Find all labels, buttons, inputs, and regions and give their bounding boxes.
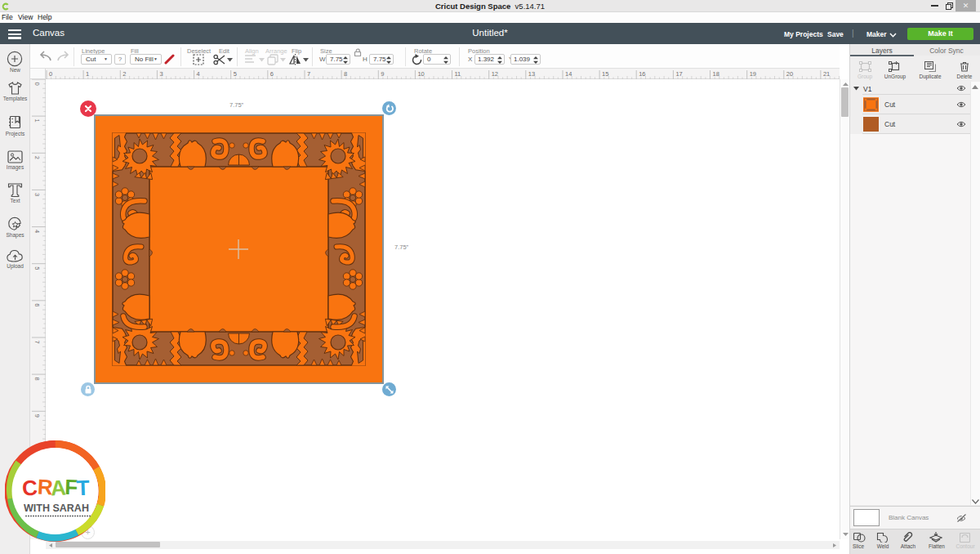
svg-text:5: 5	[234, 70, 237, 78]
svg-text:0: 0	[49, 70, 52, 78]
svg-text:7: 7	[307, 70, 310, 78]
svg-text:4: 4	[197, 70, 200, 78]
svg-text:11: 11	[455, 70, 461, 78]
svg-text:3: 3	[33, 193, 41, 196]
svg-text:16: 16	[639, 70, 645, 78]
svg-text:20: 20	[786, 70, 793, 78]
svg-text:8: 8	[344, 70, 347, 78]
svg-text:5: 5	[33, 266, 41, 270]
svg-text:12: 12	[492, 70, 498, 78]
svg-text:3: 3	[159, 70, 163, 78]
svg-text:2: 2	[122, 70, 126, 78]
svg-text:18: 18	[713, 70, 719, 78]
svg-text:9: 9	[33, 414, 41, 418]
svg-text:6: 6	[270, 70, 274, 78]
svg-text:17: 17	[675, 70, 682, 78]
svg-text:9: 9	[381, 70, 384, 78]
svg-text:8: 8	[33, 378, 41, 381]
svg-text:14: 14	[565, 70, 572, 78]
svg-text:19: 19	[750, 70, 756, 78]
svg-text:6: 6	[33, 303, 41, 306]
svg-text:0: 0	[33, 83, 41, 86]
svg-text:4: 4	[33, 230, 41, 233]
svg-text:13: 13	[528, 70, 535, 78]
svg-text:21: 21	[823, 70, 830, 78]
svg-text:1: 1	[33, 119, 41, 123]
svg-text:15: 15	[602, 70, 608, 78]
svg-text:7: 7	[33, 341, 41, 344]
svg-text:C: C	[21, 475, 38, 500]
svg-text:10: 10	[417, 70, 424, 78]
svg-text:1: 1	[86, 70, 89, 78]
svg-text:T: T	[76, 476, 90, 501]
svg-text:WITH SARAH: WITH SARAH	[24, 503, 89, 514]
svg-text:2: 2	[33, 156, 41, 159]
